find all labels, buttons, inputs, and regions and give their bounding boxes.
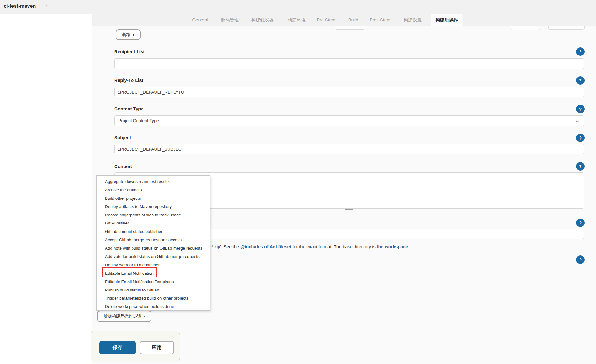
question-mark-icon: ? <box>579 164 582 169</box>
menu-item-deploy-artifacts-to-maven-repository[interactable]: Deploy artifacts to Maven repository <box>97 203 210 211</box>
textarea-resize-grip[interactable] <box>345 209 353 211</box>
tab-source-code-management[interactable]: 源码管理 <box>216 14 243 26</box>
workspace-link[interactable]: the workspace <box>377 244 408 249</box>
help-icon[interactable]: ? <box>576 105 585 113</box>
content-type-select[interactable]: Project Content Type ⌄ <box>114 115 584 126</box>
chevron-up-icon: ▴ <box>143 314 145 318</box>
menu-item-archive-the-artifacts[interactable]: Archive the artifacts <box>97 186 210 194</box>
tab-general[interactable]: General <box>188 14 213 26</box>
section-border <box>591 26 591 331</box>
help-text-fragment: for the exact format. The base directory… <box>291 244 377 249</box>
add-trigger-label: 新增 <box>122 32 131 38</box>
cutoff-element <box>510 26 540 30</box>
subject-input[interactable] <box>114 144 584 154</box>
menu-item-add-vote-gitlab-merge-requests[interactable]: Add vote for build status on GitLab merg… <box>97 253 210 261</box>
recipient-list-input[interactable] <box>114 58 584 69</box>
tab-build[interactable]: Build <box>344 14 363 26</box>
help-icon[interactable]: ? <box>576 219 585 227</box>
menu-item-trigger-parameterized-build[interactable]: Trigger parameterized build on other pro… <box>97 294 210 303</box>
subject-label: Subject <box>114 135 131 140</box>
recipient-list-label: Recipient List <box>114 49 145 54</box>
help-text-fragment: *.zip'. See the <box>211 244 240 249</box>
tab-build-environment[interactable]: 构建环境 <box>283 14 310 26</box>
menu-item-git-publisher[interactable]: Git Publisher <box>97 219 210 228</box>
content-label: Content <box>114 164 132 169</box>
help-icon[interactable]: ? <box>576 47 585 56</box>
tab-build-triggers[interactable]: 构建触发器 <box>247 14 278 26</box>
apply-button[interactable]: 应用 <box>140 341 174 354</box>
add-trigger-button[interactable]: 新增 ▾ <box>116 29 141 40</box>
content-type-label: Content Type <box>114 106 144 111</box>
question-mark-icon: ? <box>579 49 582 54</box>
config-tab-bar: General 源码管理 构建触发器 构建环境 Pre Steps Build … <box>92 14 596 26</box>
ant-fileset-help-text: *.zip'. See the @includes of Ant fileset… <box>211 244 409 249</box>
help-icon[interactable]: ? <box>576 162 585 171</box>
question-mark-icon: ? <box>579 135 582 140</box>
menu-item-record-fingerprints[interactable]: Record fingerprints of files to track us… <box>97 211 210 220</box>
menu-item-build-other-projects[interactable]: Build other projects <box>97 194 210 203</box>
help-icon[interactable]: ? <box>576 76 585 85</box>
menu-item-accept-gitlab-merge-request[interactable]: Accept GitLab merge request on success <box>97 236 210 244</box>
reply-to-list-input[interactable] <box>114 87 584 97</box>
tab-build-settings[interactable]: 构建设置 <box>399 14 426 26</box>
help-text-fragment: . <box>408 244 409 249</box>
chevron-down-icon: ▾ <box>133 33 135 37</box>
menu-item-add-note-gitlab-merge-requests[interactable]: Add note with build status on GitLab mer… <box>97 244 210 253</box>
section-border <box>588 26 588 309</box>
jenkins-config-page: ci-test-maven › General 源码管理 构建触发器 构建环境 … <box>0 0 596 364</box>
help-icon[interactable]: ? <box>576 255 585 264</box>
cutoff-element <box>335 26 365 30</box>
chevron-down-icon: ⌄ <box>576 118 580 123</box>
question-mark-icon: ? <box>579 106 582 112</box>
post-build-action-menu: Aggregate downstream test results Archiv… <box>96 175 210 311</box>
question-mark-icon: ? <box>579 257 582 262</box>
includes-ant-fileset-link[interactable]: @includes of Ant fileset <box>240 244 291 249</box>
job-title[interactable]: ci-test-maven <box>4 3 36 9</box>
help-icon[interactable]: ? <box>576 134 585 142</box>
tab-pre-steps[interactable]: Pre Steps <box>312 14 341 26</box>
menu-item-editable-email-notification-templates[interactable]: Editable Email Notification Templates <box>97 278 210 286</box>
cutoff-element <box>548 26 585 30</box>
menu-item-aggregate-downstream-test-results[interactable]: Aggregate downstream test results <box>97 178 210 186</box>
tab-post-build-actions[interactable]: 构建后操作 <box>431 14 463 27</box>
breadcrumb-chevron-icon[interactable]: › <box>46 3 48 9</box>
highlight-box <box>102 267 157 277</box>
reply-to-list-label: Reply-To List <box>114 78 143 83</box>
menu-item-publish-build-status-to-gitlab[interactable]: Publish build status to GitLab <box>97 286 210 295</box>
content-type-selected-value: Project Content Type <box>118 118 159 123</box>
question-mark-icon: ? <box>579 220 582 225</box>
section-border <box>92 26 92 331</box>
menu-item-delete-workspace[interactable]: Delete workspace when build is done <box>97 303 210 311</box>
question-mark-icon: ? <box>579 78 582 83</box>
save-button[interactable]: 保存 <box>99 341 136 354</box>
add-post-build-step-label: 增加构建后操作步骤 <box>103 313 141 319</box>
tab-post-steps[interactable]: Post Steps <box>365 14 396 26</box>
menu-item-gitlab-commit-status-publisher[interactable]: GitLab commit status publisher <box>97 228 210 236</box>
add-post-build-step-button[interactable]: 增加构建后操作步骤 ▴ <box>97 311 151 322</box>
breadcrumb-bar <box>0 0 596 14</box>
